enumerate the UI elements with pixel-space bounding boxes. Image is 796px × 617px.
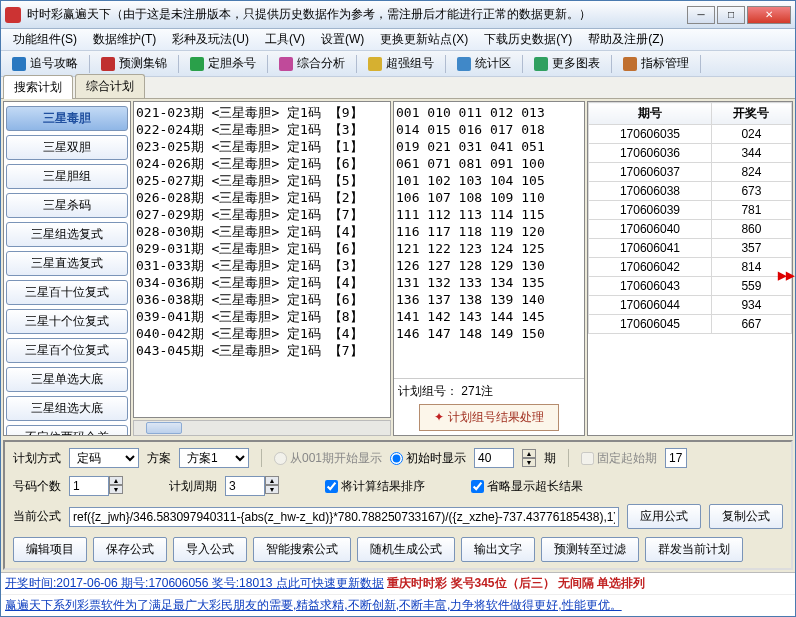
menu-item[interactable]: 功能组件(S) [5, 29, 85, 50]
menu-item[interactable]: 设置(W) [313, 29, 372, 50]
sidebar-item[interactable]: 三星毒胆 [6, 106, 128, 131]
menu-item[interactable]: 更换更新站点(X) [372, 29, 476, 50]
list-item[interactable]: 131 132 133 134 135 [396, 274, 582, 291]
list-item[interactable]: 126 127 128 129 130 [396, 257, 582, 274]
list-item[interactable]: 022-024期 <三星毒胆> 定1码 【3】 [136, 121, 388, 138]
radio-initial[interactable]: 初始时显示 [390, 450, 466, 467]
list-item[interactable]: 026-028期 <三星毒胆> 定1码 【2】 [136, 189, 388, 206]
list-item[interactable]: 039-041期 <三星毒胆> 定1码 【8】 [136, 308, 388, 325]
list-item[interactable]: 001 010 011 012 013 [396, 104, 582, 121]
table-header[interactable]: 开奖号 [711, 103, 791, 125]
scroll-right-icon[interactable]: ▶▶ [778, 269, 794, 282]
sidebar-item[interactable]: 三星组选复式 [6, 222, 128, 247]
group-result-button[interactable]: ✦ 计划组号结果处理 [419, 404, 558, 431]
action-button[interactable]: 预测转至过滤 [541, 537, 639, 562]
table-row[interactable]: 170606043559 [589, 277, 792, 296]
action-button[interactable]: 群发当前计划 [645, 537, 743, 562]
toolbar-指标管理[interactable]: 指标管理 [616, 52, 696, 75]
spin-down[interactable]: ▼ [109, 485, 123, 494]
table-row[interactable]: 170606044934 [589, 296, 792, 315]
list-item[interactable]: 019 021 031 041 051 [396, 138, 582, 155]
tab-综合计划[interactable]: 综合计划 [75, 74, 145, 98]
period-num-input[interactable] [474, 448, 514, 468]
sidebar-item[interactable]: 三星单选大底 [6, 367, 128, 392]
table-row[interactable]: 170606041357 [589, 239, 792, 258]
list-item[interactable]: 031-033期 <三星毒胆> 定1码 【3】 [136, 257, 388, 274]
action-button[interactable]: 输出文字 [461, 537, 535, 562]
sort-checkbox[interactable]: 将计算结果排序 [325, 478, 425, 495]
sidebar-item[interactable]: 三星百个位复式 [6, 338, 128, 363]
list-item[interactable]: 146 147 148 149 150 [396, 325, 582, 342]
minimize-button[interactable]: ─ [687, 6, 715, 24]
prediction-list[interactable]: 021-023期 <三星毒胆> 定1码 【9】022-024期 <三星毒胆> 定… [134, 102, 390, 417]
spin-down[interactable]: ▼ [522, 458, 536, 467]
num-count-input[interactable] [69, 476, 109, 496]
fixed-start-checkbox[interactable]: 固定起始期 [581, 450, 657, 467]
list-item[interactable]: 043-045期 <三星毒胆> 定1码 【7】 [136, 342, 388, 359]
table-row[interactable]: 170606042814 [589, 258, 792, 277]
radio-from-001[interactable]: 从001期开始显示 [274, 450, 382, 467]
list-item[interactable]: 029-031期 <三星毒胆> 定1码 【6】 [136, 240, 388, 257]
list-item[interactable]: 021-023期 <三星毒胆> 定1码 【9】 [136, 104, 388, 121]
fixed-start-input[interactable] [665, 448, 687, 468]
menu-item[interactable]: 下载历史数据(Y) [476, 29, 580, 50]
cycle-input[interactable] [225, 476, 265, 496]
toolbar-定胆杀号[interactable]: 定胆杀号 [183, 52, 263, 75]
sidebar-item[interactable]: 三星双胆 [6, 135, 128, 160]
sidebar-item[interactable]: 三星百十位复式 [6, 280, 128, 305]
list-item[interactable]: 027-029期 <三星毒胆> 定1码 【7】 [136, 206, 388, 223]
spin-up[interactable]: ▲ [265, 476, 279, 485]
list-item[interactable]: 024-026期 <三星毒胆> 定1码 【6】 [136, 155, 388, 172]
list-item[interactable]: 101 102 103 104 105 [396, 172, 582, 189]
toolbar-超强组号[interactable]: 超强组号 [361, 52, 441, 75]
table-row[interactable]: 170606037824 [589, 163, 792, 182]
list-item[interactable]: 036-038期 <三星毒胆> 定1码 【6】 [136, 291, 388, 308]
toolbar-追号攻略[interactable]: 追号攻略 [5, 52, 85, 75]
update-link[interactable]: 开奖时间:2017-06-06 期号:170606056 奖号:18013 点此… [5, 576, 384, 590]
list-item[interactable]: 061 071 081 091 100 [396, 155, 582, 172]
list-item[interactable]: 121 122 123 124 125 [396, 240, 582, 257]
sidebar-item[interactable]: 三星胆组 [6, 164, 128, 189]
list-item[interactable]: 040-042期 <三星毒胆> 定1码 【4】 [136, 325, 388, 342]
action-button[interactable]: 编辑项目 [13, 537, 87, 562]
sidebar-item[interactable]: 三星十个位复式 [6, 309, 128, 334]
close-button[interactable]: ✕ [747, 6, 791, 24]
copy-formula-button[interactable]: 复制公式 [709, 504, 783, 529]
sidebar-item[interactable]: 三星直选复式 [6, 251, 128, 276]
spin-up[interactable]: ▲ [522, 449, 536, 458]
number-list[interactable]: 001 010 011 012 013014 015 016 017 01801… [394, 102, 584, 378]
action-button[interactable]: 导入公式 [173, 537, 247, 562]
menu-item[interactable]: 帮助及注册(Z) [580, 29, 671, 50]
menu-item[interactable]: 彩种及玩法(U) [164, 29, 257, 50]
toolbar-预测集锦[interactable]: 预测集锦 [94, 52, 174, 75]
list-item[interactable]: 116 117 118 119 120 [396, 223, 582, 240]
list-item[interactable]: 014 015 016 017 018 [396, 121, 582, 138]
table-header[interactable]: 期号 [589, 103, 712, 125]
action-button[interactable]: 随机生成公式 [357, 537, 455, 562]
list-item[interactable]: 141 142 143 144 145 [396, 308, 582, 325]
spin-down[interactable]: ▼ [265, 485, 279, 494]
sidebar-item[interactable]: 三星杀码 [6, 193, 128, 218]
tab-搜索计划[interactable]: 搜索计划 [3, 75, 73, 99]
list-item[interactable]: 028-030期 <三星毒胆> 定1码 【4】 [136, 223, 388, 240]
formula-input[interactable] [69, 507, 619, 527]
spin-up[interactable]: ▲ [109, 476, 123, 485]
table-row[interactable]: 170606045667 [589, 315, 792, 334]
action-button[interactable]: 保存公式 [93, 537, 167, 562]
list-item[interactable]: 136 137 138 139 140 [396, 291, 582, 308]
omit-checkbox[interactable]: 省略显示超长结果 [471, 478, 583, 495]
scheme-select[interactable]: 方案1 [179, 448, 249, 468]
list-item[interactable]: 023-025期 <三星毒胆> 定1码 【1】 [136, 138, 388, 155]
list-item[interactable]: 025-027期 <三星毒胆> 定1码 【5】 [136, 172, 388, 189]
toolbar-更多图表[interactable]: 更多图表 [527, 52, 607, 75]
list-item[interactable]: 034-036期 <三星毒胆> 定1码 【4】 [136, 274, 388, 291]
menu-item[interactable]: 工具(V) [257, 29, 313, 50]
table-row[interactable]: 170606039781 [589, 201, 792, 220]
table-row[interactable]: 170606036344 [589, 144, 792, 163]
results-table[interactable]: 期号开奖号17060603502417060603634417060603782… [588, 102, 792, 334]
list-item[interactable]: 106 107 108 109 110 [396, 189, 582, 206]
table-row[interactable]: 170606035024 [589, 125, 792, 144]
table-row[interactable]: 170606040860 [589, 220, 792, 239]
action-button[interactable]: 智能搜索公式 [253, 537, 351, 562]
apply-formula-button[interactable]: 应用公式 [627, 504, 701, 529]
